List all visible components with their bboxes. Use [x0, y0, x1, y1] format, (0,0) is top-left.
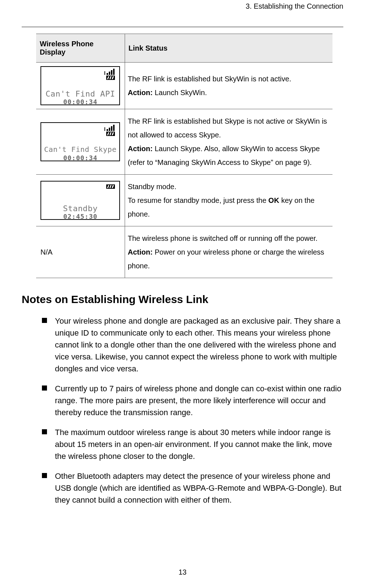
- status-text: The wireless phone is switched off or ru…: [128, 231, 330, 245]
- battery-icon: [106, 132, 115, 136]
- table-row: N/A The wireless phone is switched off o…: [36, 226, 332, 278]
- status-text: The RF link is established but SkyWin is…: [128, 72, 330, 86]
- status-text-pre: Standby mode.: [128, 180, 330, 193]
- table-row: Can't Find Skype 00:00:34 The RF link is…: [36, 109, 332, 175]
- signal-antenna-icon: [104, 127, 105, 131]
- list-item: Other Bluetooth adapters may detect the …: [42, 470, 342, 506]
- status-text-main: To resume for standby mode, just press t…: [128, 196, 269, 204]
- action-line: Action: Launch SkyWin.: [128, 86, 330, 99]
- action-line: Action: Power on your wireless phone or …: [128, 245, 330, 273]
- status-text: The RF link is established but Skype is …: [128, 114, 330, 142]
- action-label: Action:: [128, 248, 153, 256]
- signal-bars-icon: [107, 68, 115, 75]
- signal-antenna-icon: [104, 71, 105, 75]
- action-line: Action: Launch Skype. Also, allow SkyWin…: [128, 142, 330, 169]
- phone-display-cant-find-api: Can't Find API 00:00:34: [40, 66, 120, 105]
- signal-bars-icon: [107, 124, 115, 131]
- list-item: Your wireless phone and dongle are packa…: [42, 315, 342, 375]
- phone-display-standby: Standby 02:45:30: [40, 181, 120, 220]
- header-rule: [22, 27, 343, 27]
- table-header-display: Wireless Phone Display: [36, 34, 125, 63]
- notes-heading: Notes on Establishing Wireless Link: [22, 293, 343, 306]
- notes-list: Your wireless phone and dongle are packa…: [22, 315, 343, 506]
- display-line-2: 02:45:30: [41, 210, 119, 223]
- running-header: 3. Establishing the Connection: [22, 0, 343, 10]
- list-item: The maximum outdoor wireless range is ab…: [42, 426, 342, 462]
- display-na: N/A: [39, 245, 122, 259]
- page-number: 13: [0, 568, 365, 576]
- phone-display-cant-find-skype: Can't Find Skype 00:00:34: [40, 122, 120, 161]
- status-text: To resume for standby mode, just press t…: [128, 193, 330, 221]
- battery-icon: [106, 76, 115, 80]
- action-text: Launch SkyWin.: [153, 89, 207, 97]
- display-line-2: 00:00:34: [41, 96, 119, 108]
- list-item: Currently up to 7 pairs of wireless phon…: [42, 383, 342, 418]
- action-label: Action:: [128, 89, 153, 97]
- table-row: Standby 02:45:30 Standby mode. To resume…: [36, 175, 332, 226]
- battery-icon: [106, 184, 115, 189]
- action-text: Launch Skype. Also, allow SkyWin to acce…: [128, 145, 320, 166]
- display-line-2: 00:00:34: [41, 152, 119, 164]
- ok-key: OK: [269, 196, 279, 204]
- table-row: Can't Find API 00:00:34 The RF link is e…: [36, 63, 332, 109]
- action-text: Power on your wireless phone or charge t…: [128, 248, 325, 270]
- link-status-table: Wireless Phone Display Link Status: [36, 34, 332, 278]
- table-header-status: Link Status: [125, 34, 332, 63]
- action-label: Action:: [128, 145, 153, 153]
